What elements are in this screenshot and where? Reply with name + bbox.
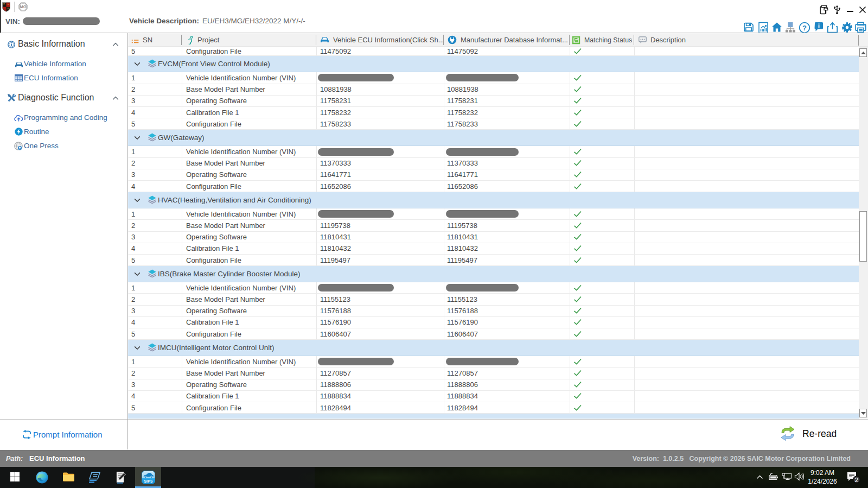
- svg-text:SIPS: SIPS: [144, 479, 153, 483]
- svg-text:?: ?: [802, 24, 807, 32]
- svg-text:2: 2: [855, 477, 858, 483]
- svg-text:MG: MG: [20, 4, 26, 9]
